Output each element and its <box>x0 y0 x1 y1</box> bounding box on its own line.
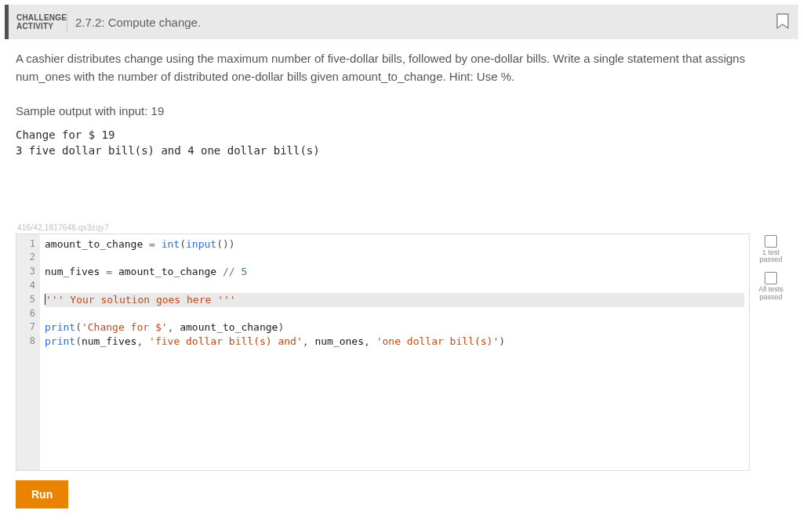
editor-code-area[interactable]: amount_to_change = int(input())num_fives… <box>40 234 749 470</box>
badge-line-1: CHALLENGE <box>16 13 67 22</box>
editor-gutter: 12345678 <box>16 234 40 470</box>
all-tests-passed-indicator: All tests passed <box>754 272 787 302</box>
code-line[interactable]: print('Change for $', amount_to_change) <box>45 320 744 335</box>
status-2-l1: All tests <box>758 285 783 293</box>
challenge-header: CHALLENGE ACTIVITY 2.7.2: Compute change… <box>5 5 798 39</box>
one-test-passed-indicator: 1 test passed <box>754 235 787 265</box>
badge-line-2: ACTIVITY <box>16 22 67 31</box>
code-line[interactable]: print(num_fives, 'five dollar bill(s) an… <box>45 335 744 349</box>
code-line[interactable] <box>45 307 744 321</box>
status-2-l2: passed <box>759 293 782 301</box>
challenge-title: 2.7.2: Compute change. <box>75 16 775 29</box>
sample-output-label: Sample output with input: 19 <box>16 104 787 118</box>
run-button[interactable]: Run <box>16 480 68 508</box>
challenge-prompt: A cashier distributes change using the m… <box>16 50 787 85</box>
code-line[interactable] <box>45 251 744 265</box>
test-status-sidebar: 1 test passed All tests passed <box>750 233 787 310</box>
code-line[interactable]: amount_to_change = int(input()) <box>45 237 744 252</box>
sample-output: Change for $ 19 3 five dollar bill(s) an… <box>16 127 787 159</box>
code-line[interactable] <box>45 279 744 293</box>
watermark: 416/42.1817646.qx3zqy7 <box>16 223 787 232</box>
code-line[interactable]: ''' Your solution goes here ''' <box>45 293 744 307</box>
checkbox-icon <box>765 272 777 284</box>
status-1-l1: 1 test <box>762 248 779 256</box>
status-1-l2: passed <box>759 255 782 263</box>
bookmark-icon[interactable] <box>775 13 790 31</box>
code-line[interactable]: num_fives = amount_to_change // 5 <box>45 265 744 279</box>
header-badge: CHALLENGE ACTIVITY <box>9 13 67 31</box>
header-separator <box>67 12 67 32</box>
checkbox-icon <box>765 235 777 248</box>
code-editor[interactable]: 12345678 amount_to_change = int(input())… <box>16 233 750 471</box>
